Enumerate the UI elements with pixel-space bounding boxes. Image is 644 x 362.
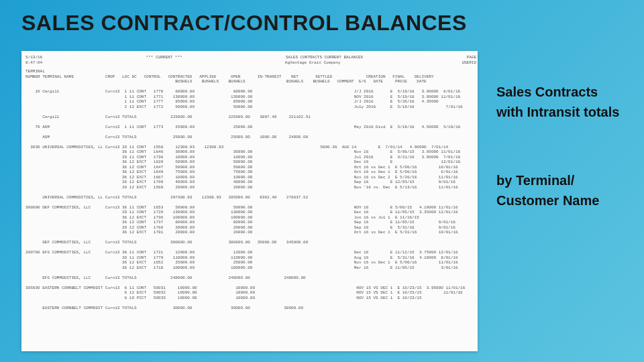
report-row — [25, 270, 476, 276]
report-row: Cargill Corn13 TOTALS 225000.00 225000.0… — [25, 115, 476, 120]
report-row: 1 11 CONT 1771 130000.00 130000.00 NOV 2… — [25, 95, 476, 100]
report-row — [25, 245, 476, 251]
report-row: 20 11 CONT 1779 110000.00 110000.00 Aug … — [25, 255, 476, 261]
report-row: 300600 DEF COMMODITIES, LLC Corn13 36 11… — [25, 205, 476, 210]
report-row: 305930 EASTERN CORNBELT COMMODIT Corn13 … — [25, 286, 476, 291]
report-row: 2 12 EXCT 1772 50000.00 50000.00 July 20… — [25, 105, 476, 110]
report-row: 20 11 CONT 1720 130000.00 130000.00 Dec … — [25, 210, 476, 215]
report-row: 36 11 CONT 1646 30000.00 30000.00 Nov 16… — [25, 149, 476, 155]
report-row — [25, 200, 476, 205]
report-row — [25, 139, 476, 145]
report-row — [25, 280, 476, 286]
report-row: 3030 UNIVERSAL COMMODITIES, LL Corn13 20… — [25, 145, 476, 150]
report-col-header-3: BUSHELS BUSHELS BUSHELS BUSHELS BUSHELS … — [25, 79, 476, 84]
report-row: 6 12 EXCT 50032 10000.00 10000.00 NOV 15… — [25, 290, 476, 296]
report-row: 1 11 CONT 1777 85000.00 85000.00 J/J 201… — [25, 99, 476, 105]
report-row: 36 12 EXCT 1736 100000.00 100000.00 Jun … — [25, 215, 476, 221]
side-note-line-4: Customer Name — [496, 192, 637, 210]
report-row: 36 12 CONT 1737 80000.00 80000.00 Sep 16… — [25, 220, 476, 225]
report-panel: 5/13/16 *** CURRENT *** SALES CONTRACTS … — [21, 51, 478, 351]
report-row — [25, 119, 476, 125]
report-center1: SALES CONTRACTS CURRENT BALANCES — [286, 55, 363, 60]
report-row — [25, 190, 476, 195]
page-title: SALES CONTRACT/CONTROL BALANCES — [21, 11, 467, 36]
side-note-line-2: with Intransit totals — [496, 103, 637, 121]
report-row: ADM Corn13 TOTALS 25000.00 25000.00 1000… — [25, 135, 476, 140]
report-center2: AgVantage Grain Company — [285, 60, 341, 66]
side-note-line-3: by Terminal/ — [496, 172, 637, 190]
report-row: 10 Cargill Corn13 1 11 CONT 1770 60000.0… — [25, 89, 476, 95]
report-current: *** CURRENT *** — [146, 55, 182, 60]
report-row: 20 12 EXCT 1569 20000.00 20000.00 Nov '1… — [25, 185, 476, 190]
report-date: 5/13/16 — [25, 55, 42, 60]
report-col-header-1: TERMINAL — [25, 69, 476, 74]
report-row: 36 12 CONT 1647 50000.00 50000.00 Oct 16… — [25, 165, 476, 170]
report-page: PAGE — [467, 55, 476, 60]
report-row — [25, 84, 476, 90]
report-row — [25, 235, 476, 241]
report-row — [25, 300, 476, 306]
report-user: USERID — [462, 60, 476, 66]
report-row: DEF COMMODITIES, LLC Corn13 TOTALS 38000… — [25, 240, 476, 245]
report-row: 36 12 EXCT 1652 25000.00 25000.00 Nov 16… — [25, 260, 476, 265]
report-row: 20 12 CONT 1760 20000.00 20000.00 Sep 16… — [25, 225, 476, 231]
side-note-line-1: Sales Contracts — [496, 83, 637, 101]
report-row: 36 12 EXCT 1781 20000.00 20000.00 Oct 16… — [25, 230, 476, 235]
report-time: 8:47:04 — [25, 60, 42, 66]
report-row — [25, 109, 476, 115]
report-rows-container: 10 Cargill Corn13 1 11 CONT 1770 60000.0… — [25, 84, 476, 311]
report-row: EFG COMMODITIES, LLC Corn13 TOTALS 24800… — [25, 276, 476, 281]
report-col-header-2: NUMBER TERMINAL NAME CROP LOC DC CONTROL… — [25, 74, 476, 80]
report-row: 20 11 CONT 1736 10000.00 10000.00 Jul 20… — [25, 155, 476, 160]
report-row: UNIVERSAL COMMODITIES, LL Corn13 TOTALS … — [25, 195, 476, 200]
report-row — [25, 129, 476, 135]
report-row: 36 12 EXCT 1649 75000.00 75000.00 Oct 16… — [25, 170, 476, 175]
report-row: 70 ADM Corn13 1 11 CONT 1773 25000.00 25… — [25, 125, 476, 130]
report-row: 36 12 EXCT 1620 50000.00 50000.00 Dec 16… — [25, 160, 476, 165]
report-row: 6 10 PICT 50033 10000.00 10000.00 NOV 15… — [25, 296, 476, 301]
report-row: EASTERN CORNBELT COMMODIT Corn13 TOTALS … — [25, 306, 476, 311]
report-row: 26 12 EXCT 1700 40000.00 40000.00 Sep 16… — [25, 180, 476, 185]
report-row: 200700 EFG COMMODITIES, LLC Corn13 36 11… — [25, 250, 476, 255]
report-row: 36 12 EXCT 1718 100000.00 100000.00 Mar … — [25, 265, 476, 271]
report-row: 36 12 EXCT 1667 10000.00 10000.00 Nov 16… — [25, 175, 476, 180]
